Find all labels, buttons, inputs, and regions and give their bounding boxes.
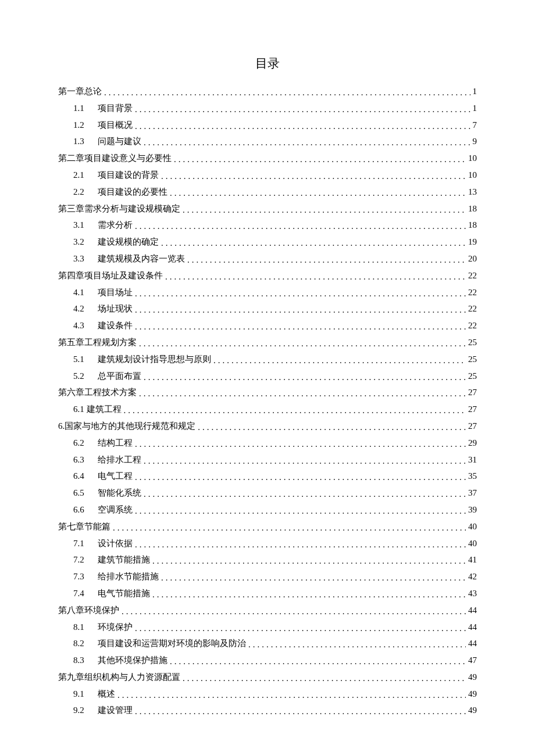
toc-entry-label: 概述 — [98, 686, 115, 703]
toc-entry-label: 电气节能措施 — [98, 585, 150, 602]
toc-entry-number: 9.2 — [73, 702, 98, 719]
toc-entry-number: 4.2 — [73, 300, 98, 317]
toc-entry-number: 6.3 — [73, 452, 98, 468]
toc-dots — [198, 419, 466, 436]
toc-entry-page: 27 — [466, 401, 477, 418]
toc-entry-label: 项目场址及建设条件 — [84, 267, 163, 284]
toc-entry-label: 设计依据 — [98, 535, 133, 552]
toc-entry: 4.2场址现状22 — [58, 300, 477, 317]
toc-entry-page: 31 — [466, 452, 477, 468]
toc-dots — [152, 553, 466, 569]
toc-dots — [117, 687, 466, 704]
toc-dots — [104, 84, 470, 101]
toc-entry-page: 44 — [466, 619, 477, 636]
toc-entry-label: 建筑规模及内容一览表 — [98, 250, 185, 267]
toc-entry: 6.2结构工程29 — [58, 435, 477, 452]
toc-entry: 第六章工程技术方案27 — [58, 384, 477, 401]
toc-entry: 8.2项目建设和运营期对环境的影响及防治44 — [58, 635, 477, 652]
toc-entry: 8.3其他环境保护措施47 — [58, 652, 477, 669]
toc-entry-label: 第九章组织机构与人力资源配置 — [58, 669, 180, 686]
toc-entry-page: 39 — [466, 501, 477, 518]
toc-entry-number: 7.2 — [73, 551, 98, 568]
toc-entry-label: 给排水节能措施 — [98, 568, 159, 585]
toc-entry-number: 5.2 — [73, 368, 98, 385]
toc-entry-number: 第四章 — [58, 267, 84, 284]
toc-entry: 7.1设计依据40 — [58, 535, 477, 552]
toc-entry-page: 35 — [466, 468, 477, 485]
toc-entry: 7.2建筑节能措施41 — [58, 551, 477, 568]
toc-dots — [213, 352, 466, 369]
toc-entry-label: 环境保护 — [98, 619, 133, 636]
toc-entry-page: 18 — [466, 217, 477, 234]
toc-entry-page: 22 — [466, 267, 477, 284]
toc-entry-page: 49 — [466, 686, 477, 703]
toc-entry: 第五章工程规划方案25 — [58, 334, 477, 351]
toc-entry: 6.4电气工程35 — [58, 468, 477, 485]
toc-entry: 9.1概述49 — [58, 686, 477, 703]
page-title: 目录 — [58, 55, 477, 71]
toc-entry-label: 6.1 建筑工程 — [73, 401, 122, 418]
toc-entry-label: 第三章需求分析与建设规模确定 — [58, 200, 180, 217]
toc-entry-label: 项目场址 — [98, 284, 133, 301]
toc-entry: 6.1 建筑工程27 — [58, 401, 477, 418]
toc-entry: 5.1建筑规划设计指导思想与原则25 — [58, 351, 477, 368]
toc-entry: 2.2项目建设的必要性13 — [58, 184, 477, 200]
toc-dots — [187, 252, 466, 268]
toc-entry-page: 7 — [470, 117, 477, 134]
toc-entry: 第四章项目场址及建设条件22 — [58, 267, 477, 284]
toc-dots — [161, 168, 466, 185]
toc-entry: 第七章节能篇40 — [58, 518, 477, 535]
toc-entry-label: 总平面布置 — [98, 368, 141, 385]
toc-entry: 第二章项目建设意义与必要性10 — [58, 150, 477, 167]
toc-entry-label: 智能化系统 — [98, 485, 141, 501]
toc-entry-number: 7.4 — [73, 585, 98, 602]
toc-dots — [139, 385, 466, 402]
toc-entry-page: 1 — [470, 83, 477, 100]
toc-entry: 3.1需求分析18 — [58, 217, 477, 234]
toc-dots — [139, 335, 466, 352]
toc-dots — [113, 519, 466, 536]
toc-dots — [170, 653, 466, 670]
toc-entry-page: 9 — [470, 133, 477, 150]
toc-entry: 6.3给排水工程31 — [58, 452, 477, 468]
toc-entry-page: 44 — [466, 635, 477, 652]
toc-entry-label: 建设条件 — [98, 317, 133, 334]
toc-entry: 4.3建设条件22 — [58, 317, 477, 334]
toc-entry-number: 7.3 — [73, 568, 98, 585]
toc-entry-number: 7.1 — [73, 535, 98, 552]
toc-entry-number: 2.2 — [73, 184, 98, 200]
toc-dots — [161, 235, 466, 252]
toc-entry-label: 电气工程 — [98, 468, 133, 485]
toc-entry-page: 37 — [466, 485, 477, 501]
toc-entry-page: 22 — [466, 317, 477, 334]
toc-entry-page: 18 — [466, 200, 477, 217]
toc-entry: 1.3问题与建议9 — [58, 133, 477, 150]
toc-entry: 9.2建设管理49 — [58, 702, 477, 719]
toc-entry: 2.1项目建设的背景10 — [58, 167, 477, 184]
toc-entry-label: 给排水工程 — [98, 452, 141, 468]
toc-entry-label: 项目背景 — [98, 100, 133, 117]
toc-entry: 3.3建筑规模及内容一览表20 — [58, 250, 477, 267]
toc-entry: 第八章环境保护44 — [58, 602, 477, 619]
toc-entry-page: 1 — [470, 100, 477, 117]
toc-entry-number: 5.1 — [73, 351, 98, 368]
toc-dots — [170, 185, 466, 202]
toc-entry: 7.4电气节能措施43 — [58, 585, 477, 602]
toc-entry-number: 3.1 — [73, 217, 98, 234]
toc-dots — [152, 586, 466, 603]
toc-dots — [122, 603, 466, 620]
toc-entry-number: 9.1 — [73, 686, 98, 703]
toc-entry-number: 3.2 — [73, 234, 98, 250]
toc-entry-label: 第六章工程技术方案 — [58, 384, 137, 401]
toc-entry: 8.1环境保护44 — [58, 619, 477, 636]
toc-dots — [135, 218, 466, 235]
toc-entry-page: 42 — [466, 568, 477, 585]
toc-entry-page: 40 — [466, 518, 477, 535]
toc-entry-page: 10 — [466, 167, 477, 184]
toc-entry-number: 6.4 — [73, 468, 98, 485]
toc-entry-number: 3.3 — [73, 250, 98, 267]
toc-entry-label: 第五章工程规划方案 — [58, 334, 137, 351]
toc-dots — [161, 569, 466, 586]
toc-entry-page: 19 — [466, 234, 477, 250]
toc-entry: 6.国家与地方的其他现行规范和规定27 — [58, 418, 477, 435]
